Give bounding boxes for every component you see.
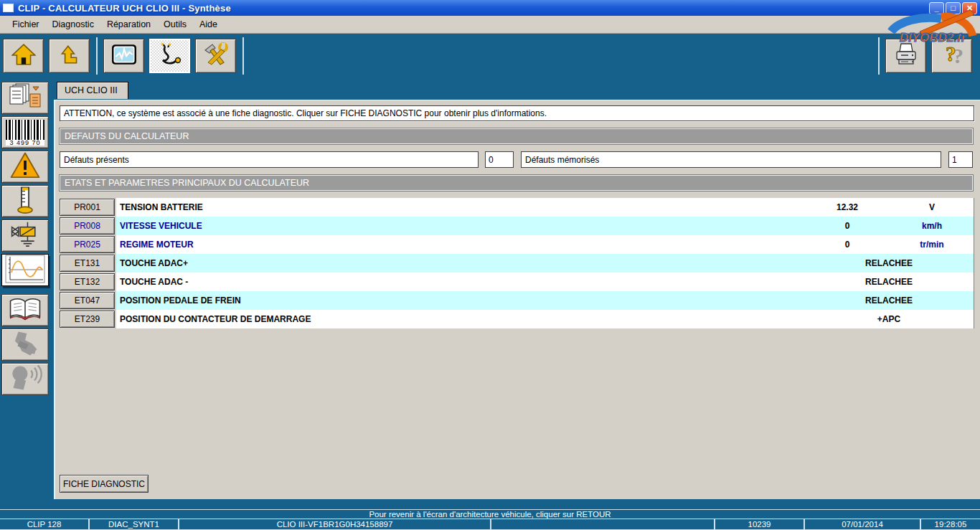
param-state: RELACHEE (804, 258, 974, 268)
param-code-button[interactable]: PR025 (60, 236, 115, 253)
oscilloscope-button[interactable] (103, 39, 144, 73)
param-unit: km/h (890, 221, 974, 231)
window-icon (3, 4, 14, 12)
param-label: TOUCHE ADAC+ (116, 258, 804, 268)
param-code-button[interactable]: PR008 (60, 217, 115, 235)
param-label: VITESSE VEHICULE (116, 221, 804, 231)
tab-uch-clio-iii[interactable]: UCH CLIO III (57, 82, 128, 99)
menu-diagnostic[interactable]: Diagnostic (46, 17, 100, 32)
probe-icon (8, 329, 42, 361)
param-code-button[interactable]: ET132 (60, 273, 115, 290)
param-label: POSITION PEDALE DE FREIN (116, 295, 804, 306)
speech-button[interactable] (1, 363, 49, 395)
svg-text:?: ? (946, 42, 956, 65)
param-value: 0 (804, 221, 890, 231)
print-icon (892, 42, 920, 70)
fiche-diagnostic-button[interactable]: FICHE DIAGNOSTIC (60, 475, 149, 493)
probe-button[interactable] (1, 328, 49, 361)
table-row: ET239 POSITION DU CONTACTEUR DE DEMARRAG… (60, 310, 974, 328)
toolbar-separator (96, 37, 98, 75)
param-code-button[interactable]: ET131 (60, 255, 115, 272)
home-button[interactable] (3, 39, 44, 73)
table-row: PR008 VITESSE VEHICULE 0 km/h (60, 217, 974, 235)
graph-icon (4, 254, 46, 286)
table-row: PR001 TENSION BATTERIE 12.32 V (60, 198, 974, 217)
toolbar-separator (242, 37, 244, 75)
param-code: ET132 (75, 277, 100, 287)
status-screen-code: DIAC_SYNT1 (90, 519, 179, 529)
relay-button[interactable] (1, 219, 49, 252)
defauts-presents-label: Défauts présents (60, 151, 479, 168)
param-label: POSITION DU CONTACTEUR DE DEMARRAGE (116, 314, 804, 324)
param-code-button[interactable]: PR001 (60, 199, 115, 216)
param-unit: tr/min (890, 240, 974, 250)
tools-button[interactable] (195, 39, 236, 73)
parameters-table: PR001 TENSION BATTERIE 12.32 V PR008 VIT… (60, 198, 974, 328)
barcode-button[interactable]: 3 499 70 (1, 116, 49, 148)
param-code-button[interactable]: ET239 (60, 311, 115, 328)
graph-button[interactable] (1, 254, 49, 286)
documents-icon (6, 82, 44, 114)
param-code: ET047 (75, 295, 100, 306)
stethoscope-button[interactable] (149, 39, 190, 73)
test-tube-icon (11, 186, 39, 217)
param-label: REGIME MOTEUR (116, 240, 804, 250)
toolbar-separator (878, 37, 880, 75)
param-label: TENSION BATTERIE (116, 202, 804, 212)
param-state: RELACHEE (804, 295, 974, 306)
warning-icon (9, 151, 41, 183)
table-row: ET131 TOUCHE ADAC+ RELACHEE (60, 254, 974, 273)
warning-button[interactable] (1, 151, 49, 183)
tools-icon (203, 42, 229, 70)
status-bar: CLIP 128 DIAC_SYNT1 CLIO III-VF1BR1G0H34… (0, 519, 980, 530)
sidebar: 3 499 70 (0, 78, 54, 504)
up-level-icon (57, 42, 82, 70)
home-icon (11, 42, 36, 70)
status-time: 19:28:05 (921, 519, 980, 529)
status-vehicle-vin: CLIO III-VF1BR1G0H34158897 (179, 519, 491, 529)
maximize-button[interactable]: □ (946, 2, 961, 14)
barcode-icon: 3 499 70 (6, 120, 44, 146)
param-code: ET239 (75, 314, 100, 324)
param-code-button[interactable]: ET047 (60, 292, 115, 309)
param-code: PR001 (74, 202, 100, 212)
menu-reparation[interactable]: Réparation (100, 17, 157, 32)
menu-fichier[interactable]: Fichier (6, 17, 46, 32)
relay-icon (9, 220, 42, 252)
status-date: 07/01/2014 (805, 519, 921, 529)
table-row: ET047 POSITION PEDALE DE FREIN RELACHEE (60, 291, 974, 310)
toolbar: ? ? (0, 34, 980, 78)
defauts-presents-value: 0 (485, 151, 514, 168)
title-bar: CLIP - CALCULATEUR UCH CLIO III - Synthè… (0, 0, 980, 16)
faults-row: Défauts présents 0 Défauts mémorisés 1 (60, 151, 974, 168)
menu-aide[interactable]: Aide (193, 17, 224, 32)
test-tube-button[interactable] (1, 185, 49, 217)
print-button[interactable] (885, 39, 926, 73)
defauts-memorises-value: 1 (948, 151, 973, 168)
up-level-button[interactable] (49, 39, 90, 73)
help-button[interactable]: ? ? (931, 39, 972, 73)
section-header-defauts: DEFAUTS DU CALCULATEUR (60, 128, 973, 144)
param-code: ET131 (75, 258, 100, 268)
minimize-button[interactable]: _ (929, 2, 944, 14)
param-code: PR008 (74, 221, 100, 231)
documents-button[interactable] (1, 82, 49, 114)
book-button[interactable] (1, 294, 49, 326)
close-button[interactable]: ✕ (962, 2, 977, 14)
param-state: RELACHEE (804, 277, 974, 287)
message-bar: Pour revenir à l'écran d'architecture vé… (0, 509, 980, 519)
attention-message: ATTENTION, ce système est associé à une … (60, 105, 974, 121)
window-title: CLIP - CALCULATEUR UCH CLIO III - Synthè… (18, 3, 231, 14)
tab-row: UCH CLIO III (54, 78, 980, 100)
param-unit: V (890, 202, 974, 212)
status-empty-cell (491, 519, 715, 529)
status-clip-version: CLIP 128 (0, 519, 90, 529)
table-row: ET132 TOUCHE ADAC - RELACHEE (60, 273, 974, 291)
param-state: +APC (804, 314, 974, 324)
synthesis-panel: ATTENTION, ce système est associé à une … (54, 100, 980, 499)
param-value: 12.32 (804, 202, 890, 212)
table-row: PR025 REGIME MOTEUR 0 tr/min (60, 235, 974, 254)
oscilloscope-icon (111, 43, 137, 69)
barcode-number: 3 499 70 (6, 139, 44, 146)
menu-outils[interactable]: Outils (157, 17, 193, 32)
